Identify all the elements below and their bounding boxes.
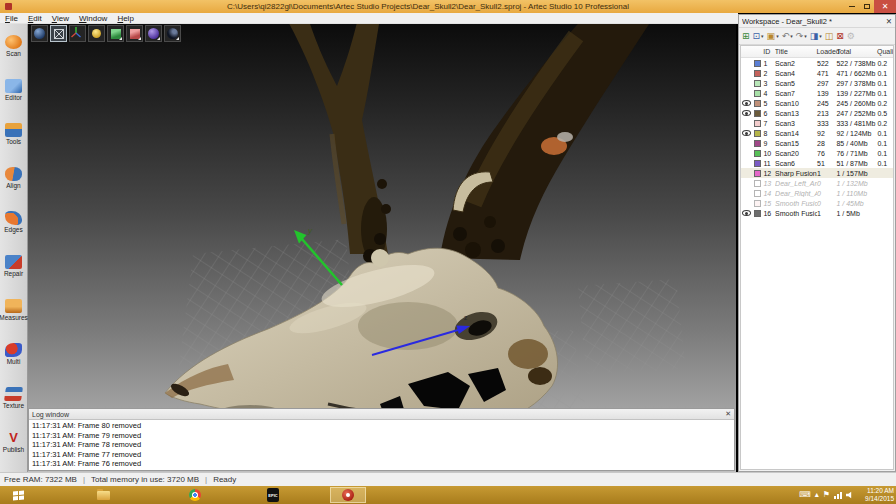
- scan-row[interactable]: 9Scan152885 / 40Mb0.1: [741, 138, 893, 148]
- file-explorer-taskbar-icon[interactable]: [88, 487, 118, 503]
- visibility-eye-icon[interactable]: [742, 130, 751, 136]
- visibility-eye-icon[interactable]: [742, 210, 751, 216]
- scan-color-swatch[interactable]: [754, 130, 761, 137]
- home-view-button[interactable]: [31, 25, 48, 42]
- column-id[interactable]: ID: [763, 48, 775, 55]
- scan-row[interactable]: 5Scan10245245 / 260Mb0.2: [741, 98, 893, 108]
- scan-color-swatch[interactable]: [754, 100, 761, 107]
- taskbar-clock[interactable]: 11:20 AM 9/14/2015: [865, 487, 894, 503]
- speaker-icon[interactable]: [846, 491, 854, 499]
- close-button[interactable]: ✕: [874, 0, 896, 13]
- column-title[interactable]: Title: [775, 48, 817, 55]
- visibility-eye-icon[interactable]: [742, 100, 751, 106]
- column-total[interactable]: Total: [836, 48, 877, 55]
- undo-button[interactable]: ↶▾: [781, 31, 794, 41]
- minimize-button[interactable]: [844, 0, 859, 13]
- sidebar-item-tools[interactable]: Tools: [0, 112, 27, 156]
- scan-row[interactable]: 7Scan3333333 / 481Mb0.2: [741, 118, 893, 128]
- scan-color-swatch[interactable]: [754, 170, 761, 177]
- sidebar-item-editor[interactable]: Editor: [0, 68, 27, 112]
- fit-view-button[interactable]: [50, 25, 67, 42]
- menu-help[interactable]: Help: [112, 14, 138, 23]
- scan-row[interactable]: 6Scan13213247 / 252Mb0.5: [741, 108, 893, 118]
- scan-row[interactable]: 15Smooth Fusion01 / 45Mb: [741, 198, 893, 208]
- sidebar-item-scan[interactable]: Scan: [0, 24, 27, 68]
- scan-row[interactable]: 11Scan65151 / 87Mb0.1: [741, 158, 893, 168]
- scan-color-swatch[interactable]: [754, 110, 761, 117]
- keyboard-tray-icon[interactable]: ⌨: [799, 491, 811, 499]
- import-button[interactable]: ⊡▾: [752, 31, 765, 41]
- scan-row[interactable]: 13Dear_Left_Ant01 / 132Mb: [741, 178, 893, 188]
- render-surface-button[interactable]: [107, 25, 124, 42]
- scan-color-swatch[interactable]: [754, 200, 761, 207]
- log-close-icon[interactable]: ✕: [725, 410, 731, 418]
- scan-color-swatch[interactable]: [754, 140, 761, 147]
- scan-total: 1 / 110Mb: [836, 190, 877, 197]
- sidebar-item-texture[interactable]: Texture: [0, 376, 27, 420]
- shading-smooth-button[interactable]: [145, 25, 162, 42]
- dropdown-arrow-icon[interactable]: ▾: [804, 31, 807, 41]
- maximize-button[interactable]: [859, 0, 874, 13]
- copy-button[interactable]: ◫: [824, 31, 835, 41]
- visibility-eye-icon[interactable]: [742, 110, 751, 116]
- scan-color-swatch[interactable]: [754, 150, 761, 157]
- scan-row[interactable]: 3Scan5297297 / 378Mb0.1: [741, 78, 893, 88]
- scan-loaded: 76: [817, 150, 836, 157]
- column-loaded[interactable]: Loaded: [816, 48, 836, 55]
- network-icon[interactable]: [834, 492, 842, 499]
- menu-file[interactable]: File: [0, 14, 23, 23]
- workspace-close-icon[interactable]: ✕: [886, 17, 892, 26]
- scan-color-swatch[interactable]: [754, 70, 761, 77]
- column-quality[interactable]: Quality: [877, 48, 893, 55]
- scan-color-swatch[interactable]: [754, 80, 761, 87]
- sidebar-item-measures[interactable]: Measures: [0, 288, 27, 332]
- paste-button[interactable]: ◨▾: [809, 31, 823, 41]
- log-window-header[interactable]: Log window ✕: [29, 409, 734, 420]
- show-hidden-icons[interactable]: ▴: [815, 491, 819, 499]
- scan-row[interactable]: 16Smooth Fusion111 / 5Mb: [741, 208, 893, 218]
- scan-color-swatch[interactable]: [754, 160, 761, 167]
- scan-color-swatch[interactable]: [754, 120, 761, 127]
- scan-color-swatch[interactable]: [754, 210, 761, 217]
- title-bar[interactable]: C:\Users\qi2822gl\Documents\Artec Studio…: [0, 0, 896, 13]
- add-scans-button[interactable]: ⊞: [741, 31, 751, 41]
- workspace-panel-header[interactable]: Workspace - Dear_Skull2 * ✕: [739, 15, 895, 28]
- dropdown-arrow-icon[interactable]: ▾: [819, 31, 822, 41]
- axes-button[interactable]: [69, 25, 86, 42]
- artec-studio-taskbar-icon[interactable]: [330, 487, 366, 503]
- sidebar-item-multi[interactable]: Multi: [0, 332, 27, 376]
- dropdown-arrow-icon[interactable]: ▾: [790, 31, 793, 41]
- epic-taskbar-icon[interactable]: EPIC: [258, 487, 288, 503]
- shading-dark-button[interactable]: [164, 25, 181, 42]
- lighting-button-icon: [92, 29, 101, 38]
- chrome-taskbar-icon[interactable]: [180, 487, 210, 503]
- scan-row[interactable]: 2Scan4471471 / 662Mb0.1: [741, 68, 893, 78]
- action-center-flag-icon[interactable]: ⚑: [823, 491, 830, 499]
- lighting-button[interactable]: [88, 25, 105, 42]
- scan-row[interactable]: 14Dear_Right_Ar01 / 110Mb: [741, 188, 893, 198]
- sidebar-item-edges[interactable]: Edges: [0, 200, 27, 244]
- scan-color-swatch[interactable]: [754, 180, 761, 187]
- scan-color-swatch[interactable]: [754, 190, 761, 197]
- delete-button[interactable]: ⊠: [835, 31, 845, 41]
- dropdown-arrow-icon[interactable]: ▾: [776, 31, 779, 41]
- sidebar-item-align[interactable]: Align: [0, 156, 27, 200]
- sidebar-item-repair[interactable]: Repair: [0, 244, 27, 288]
- save-project-button[interactable]: ▣▾: [766, 31, 780, 41]
- start-button[interactable]: [4, 487, 32, 503]
- menu-edit[interactable]: Edit: [23, 14, 47, 23]
- scan-row[interactable]: 4Scan7139139 / 227Mb0.1: [741, 88, 893, 98]
- render-solid-button[interactable]: [126, 25, 143, 42]
- scan-row[interactable]: 8Scan149292 / 124Mb0.1: [741, 128, 893, 138]
- scan-row[interactable]: 1Scan2522522 / 738Mb0.2: [741, 58, 893, 68]
- scan-color-swatch[interactable]: [754, 60, 761, 67]
- menu-view[interactable]: View: [47, 14, 74, 23]
- dropdown-arrow-icon[interactable]: ▾: [761, 31, 764, 41]
- scan-color-swatch[interactable]: [754, 90, 761, 97]
- menu-window[interactable]: Window: [74, 14, 112, 23]
- scan-row[interactable]: 10Scan207676 / 71Mb0.1: [741, 148, 893, 158]
- viewport-3d[interactable]: y z Log window ✕ 11:17:31 AM: Frame 80 r…: [28, 24, 736, 472]
- sidebar-item-publish[interactable]: V Publish: [0, 420, 27, 464]
- scan-row[interactable]: 12Sharp Fusion111 / 157Mb: [741, 168, 893, 178]
- redo-button[interactable]: ↷▾: [795, 31, 808, 41]
